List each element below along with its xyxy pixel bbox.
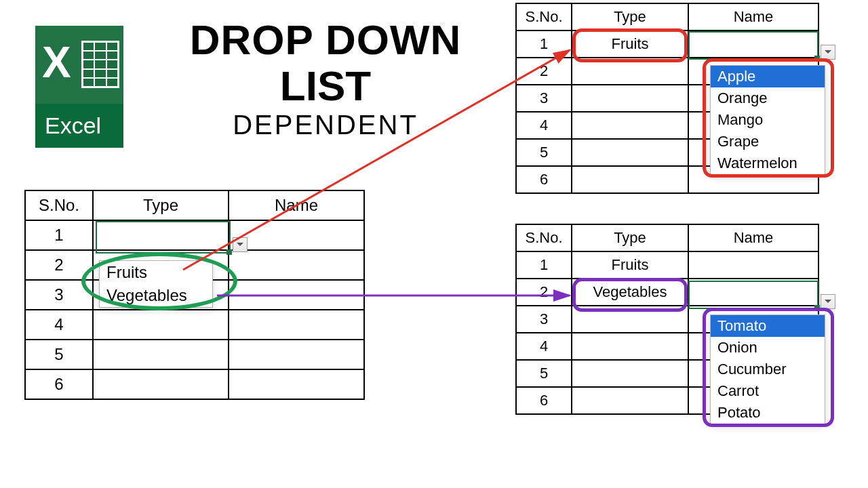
title-line1: DROP DOWN	[136, 19, 515, 61]
excel-logo: X Excel	[35, 26, 123, 148]
cell-type[interactable]: Vegetables	[572, 279, 688, 306]
cell-sno: 3	[516, 85, 572, 112]
cell-type[interactable]	[572, 387, 688, 414]
cell-type[interactable]	[572, 333, 688, 360]
cell-type[interactable]	[93, 340, 229, 369]
th-name: Name	[229, 190, 364, 220]
excel-sheet-icon	[81, 41, 119, 88]
th-name: Name	[688, 224, 818, 251]
cell-sno: 2	[25, 250, 93, 280]
cell-name[interactable]	[229, 220, 364, 250]
th-type: Type	[572, 224, 688, 251]
cell-sno: 5	[516, 139, 572, 166]
dropdown-option[interactable]: Grape	[711, 131, 825, 152]
cell-sno: 4	[516, 333, 572, 360]
cell-sno: 5	[25, 340, 93, 369]
cell-name[interactable]	[229, 310, 364, 340]
dropdown-option[interactable]: Carrot	[711, 380, 825, 402]
dropdown-option[interactable]: Cucumber	[711, 359, 825, 380]
th-type: Type	[572, 3, 688, 30]
dropdown-option[interactable]: Potato	[711, 402, 825, 424]
cell-sno: 4	[25, 310, 93, 340]
name-dropdown-open-vegetables[interactable]: Tomato Onion Cucumber Carrot Potato	[710, 314, 825, 424]
cell-name[interactable]	[229, 340, 364, 369]
th-sno: S.No.	[25, 190, 93, 220]
dropdown-option[interactable]: Mango	[711, 109, 825, 131]
cell-type[interactable]: Fruits	[572, 251, 688, 279]
dropdown-option[interactable]: Fruits	[100, 261, 212, 284]
th-sno: S.No.	[516, 3, 572, 30]
cell-type[interactable]	[93, 220, 229, 250]
cell-sno: 3	[516, 306, 572, 333]
title-line2: LIST	[136, 65, 515, 107]
cell-name[interactable]	[229, 280, 364, 310]
cell-sno: 6	[25, 369, 93, 399]
cell-type[interactable]	[572, 360, 688, 387]
cell-sno: 1	[516, 251, 572, 279]
cell-sno: 2	[516, 279, 572, 306]
cell-sno: 2	[516, 58, 572, 85]
dropdown-button[interactable]	[233, 237, 248, 252]
dropdown-button[interactable]	[821, 294, 835, 309]
dropdown-option[interactable]: Orange	[711, 87, 825, 109]
cell-type[interactable]	[572, 306, 688, 333]
cell-type[interactable]	[93, 310, 229, 340]
dropdown-option[interactable]: Apple	[711, 66, 825, 87]
cell-type[interactable]	[572, 85, 688, 112]
cell-name[interactable]	[229, 250, 364, 280]
cell-name[interactable]	[688, 279, 818, 306]
cell-sno: 6	[516, 387, 572, 414]
excel-label: Excel	[35, 104, 123, 148]
dropdown-option[interactable]: Onion	[711, 337, 825, 359]
title-line3: DEPENDENT	[136, 111, 515, 138]
cell-type[interactable]	[572, 166, 688, 193]
th-name: Name	[688, 3, 818, 30]
cell-sno: 4	[516, 112, 572, 139]
cell-sno: 3	[25, 280, 93, 310]
cell-name[interactable]	[688, 251, 818, 279]
dropdown-option[interactable]: Watermelon	[711, 152, 825, 174]
excel-x-glyph: X	[42, 41, 71, 84]
type-dropdown-open[interactable]: Fruits Vegetables	[99, 260, 213, 308]
cell-type[interactable]	[93, 369, 229, 399]
cell-type[interactable]	[572, 112, 688, 139]
name-dropdown-open-fruits[interactable]: Apple Orange Mango Grape Watermelon	[710, 65, 825, 175]
dropdown-button[interactable]	[821, 45, 835, 60]
cell-sno: 5	[516, 360, 572, 387]
cell-sno: 1	[516, 30, 572, 58]
dropdown-option[interactable]: Tomato	[711, 315, 825, 337]
cell-sno: 1	[25, 220, 93, 250]
dropdown-option[interactable]: Vegetables	[100, 284, 212, 307]
cell-type[interactable]: Fruits	[572, 30, 688, 58]
cell-type[interactable]	[572, 139, 688, 166]
page-title: DROP DOWN LIST DEPENDENT	[136, 19, 515, 138]
th-type: Type	[93, 190, 229, 220]
cell-name[interactable]	[688, 30, 818, 58]
cell-name[interactable]	[229, 369, 364, 399]
cell-type[interactable]	[572, 58, 688, 85]
cell-sno: 6	[516, 166, 572, 193]
th-sno: S.No.	[516, 224, 572, 251]
